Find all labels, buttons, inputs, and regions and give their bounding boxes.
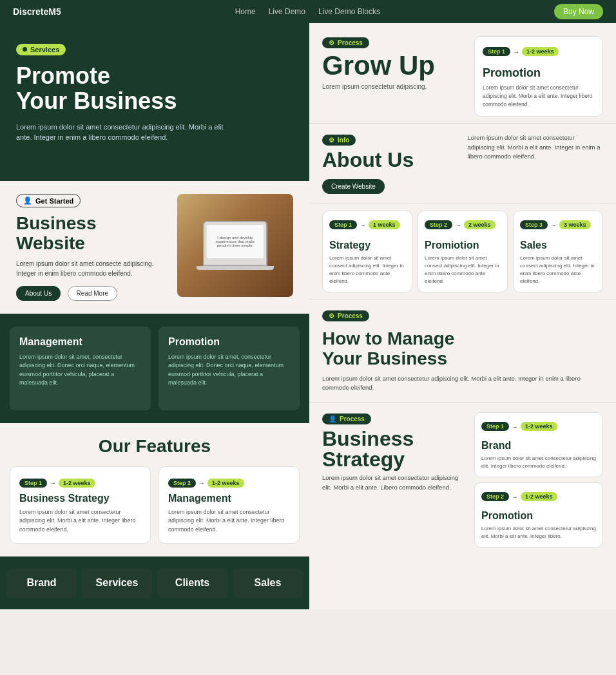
promo2-step-pill: Step 2 [481,492,509,501]
brand-mini-desc: Lorem ipsum dolor sit amet consectetur a… [481,455,596,470]
read-more-button[interactable]: Read More [68,286,117,301]
promo-card-title: Promotion [483,66,595,80]
dark-cards-section: Management Lorem ipsum dolor sit amet, c… [0,314,309,423]
process-tag-1: ⚙ Process [322,37,369,48]
feature-desc-2: Lorem ipsum dolor sit amet consectetur a… [168,508,290,535]
promo-weeks: 1-2 weeks [522,47,559,56]
laptop-icon: I design and develop experiences that ma… [203,221,267,266]
business-section: 👤 Get Started BusinessWebsite Lorem ipsu… [0,181,309,314]
biz-strategy-section: 👤 Process BusinessStrategy Lorem ipsum d… [309,402,616,557]
get-started-label: Get Started [35,197,73,205]
hero-title: PromoteYour Business [16,63,293,114]
biz-strategy-desc: Lorem ipsum dolor sit amet consectetur a… [322,473,465,492]
management-title: Management [19,336,141,348]
biz-strategy-text: 👤 Process BusinessStrategy Lorem ipsum d… [322,412,465,492]
grow-up-title: Grow Up [322,52,465,79]
management-feature-card: Step 2 → 1-2 weeks Management Lorem ipsu… [159,466,300,544]
footer-sales[interactable]: Sales [233,568,303,598]
promiotion-step-pill: Step 2 [425,220,452,229]
info-tag: ⚙ Info [322,135,356,146]
grow-up-text: ⚙ Process Grow Up Lorem ipsum consectetu… [322,36,465,90]
brand-mini-title: Brand [481,440,596,452]
strategy-weeks: 1 weeks [369,220,400,229]
sales-card: Step 3 → 3 weeks Sales Lorem ipsum dolor… [513,211,603,292]
promo-step-badge: Step 1 → 1-2 weeks [483,47,559,56]
promiotion-desc: Lorem ipsum dolor sit amet consect adipi… [425,254,501,285]
badge-dot [23,47,27,52]
brand-mini-card: Step 1 → 1-2 weeks Brand Lorem ipsum dol… [474,412,603,477]
right-column: ⚙ Process Grow Up Lorem ipsum consectetu… [309,23,616,609]
left-column: Services PromoteYour Business Lorem ipsu… [0,23,309,609]
person-icon-2: 👤 [329,415,336,423]
promo2-mini-card: Step 2 → 1-2 weeks Promotion Lorem ipsum… [474,482,603,547]
promo-arrow: → [513,48,519,55]
footer-brand[interactable]: Brand [6,568,77,598]
brand-logo: DiscreteM5 [13,6,61,17]
buy-now-button[interactable]: Buy Now [554,4,603,19]
nav-live-demo-blocks[interactable]: Live Demo Blocks [318,7,380,16]
sales-title: Sales [520,240,596,251]
arrow-1: → [50,479,56,486]
footer-clients[interactable]: Clients [157,568,227,598]
footer-section: Brand Services Clients Sales [0,556,309,609]
promiotion-title: Promiotion [425,240,501,251]
manage-desc: Lorem ipsum dolor sit amet consectetur a… [322,374,603,393]
grow-up-section: ⚙ Process Grow Up Lorem ipsum consectetu… [309,23,616,123]
weeks-1: 1-2 weeks [59,479,95,488]
promotion-title: Promotion [168,336,290,348]
footer-services[interactable]: Services [82,568,152,598]
strategy-desc: Lorem ipsum dolor sit amet consect adipi… [329,254,405,285]
about-desc: Lorem ipsum dolor sit amet consectetur a… [468,133,604,161]
nav-home[interactable]: Home [235,7,256,16]
about-us-section: ⚙ Info About Us Create Website Lorem ips… [309,123,616,204]
biz-strategy-card: Step 1 → 1-2 weeks Business Strategy Lor… [10,466,151,544]
nav-live-demo[interactable]: Live Demo [269,7,305,16]
laptop-base [197,266,274,270]
brand-step-pill: Step 1 [481,422,509,431]
biz-mini-cards: Step 1 → 1-2 weeks Brand Lorem ipsum dol… [474,412,603,547]
promiotion-weeks: 2 weeks [464,220,496,229]
promo2-mini-desc: Lorem ipsum dolor sit amet consectetur a… [481,525,596,540]
features-cards: Step 1 → 1-2 weeks Business Strategy Lor… [10,466,300,544]
step-pill-2: Step 2 [168,479,196,488]
promo-card-desc: Lorem ipsum dolor sit amet consectetur a… [483,84,595,108]
person-icon: 👤 [23,196,32,205]
brand-step-badge: Step 1 → 1-2 weeks [481,422,557,431]
feature-title-1: Business Strategy [19,493,141,504]
strategy-card: Step 1 → 1 weeks Strategy Lorem ipsum do… [322,211,412,292]
sales-step-pill: Step 3 [520,220,548,229]
services-label: Services [30,46,59,53]
grow-up-desc: Lorem ipsum consectetur adipiscing. [322,83,465,90]
features-section: Our Features Step 1 → 1-2 weeks Business… [0,423,309,557]
sales-desc: Lorem ipsum dolor sit amet consect adipi… [520,254,596,285]
process-label-1: Process [338,39,363,46]
promotion-card: Promotion Lorem ipsum dolor sit amet, co… [159,327,300,410]
info-label: Info [338,137,349,144]
strategy-row: Step 1 → 1 weeks Strategy Lorem ipsum do… [309,204,616,299]
biz-strategy-title: BusinessStrategy [322,428,465,470]
about-us-button[interactable]: About Us [16,286,61,301]
management-card: Management Lorem ipsum dolor sit amet, c… [10,327,151,410]
step-badge-1: Step 1 → 1-2 weeks [19,479,95,488]
promo2-weeks: 1-2 weeks [521,492,557,501]
promotion-desc: Lorem ipsum dolor sit amet, consectetur … [168,353,290,388]
laptop-text: I design and develop experiences that ma… [209,236,261,247]
step-pill-1: Step 1 [19,479,47,488]
management-desc: Lorem ipsum dolor sit amet, consectetur … [19,353,141,388]
feature-title-2: Management [168,493,290,504]
manage-title: How to ManageYour Business [322,329,603,369]
main-wrapper: Services PromoteYour Business Lorem ipsu… [0,23,616,609]
features-title: Our Features [10,436,300,457]
arrow-2: → [198,479,205,486]
about-right-desc: Lorem ipsum dolor sit amet consectetur a… [468,133,604,161]
hero-section: Services PromoteYour Business Lorem ipsu… [0,23,309,181]
process-tag-3: 👤 Process [322,414,371,424]
sales-step-badge: Step 3 → 3 weeks [520,220,591,229]
strategy-step-pill: Step 1 [329,220,357,229]
promo2-step-badge: Step 2 → 1-2 weeks [481,492,557,501]
weeks-2: 1-2 weeks [207,479,244,488]
create-website-button[interactable]: Create Website [322,179,385,194]
about-left: ⚙ Info About Us Create Website [322,133,458,194]
promiiotion-card: Step 2 → 2 weeks Promiotion Lorem ipsum … [418,211,508,292]
gear-icon-3: ⚙ [329,312,334,319]
